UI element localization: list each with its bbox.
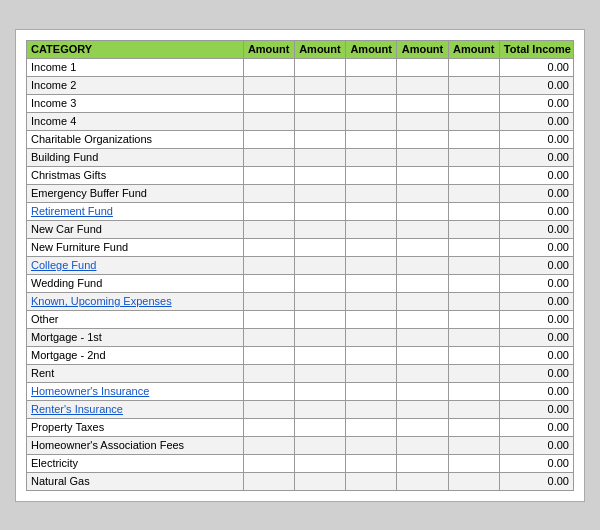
amount-cell[interactable] — [294, 220, 345, 238]
amount-cell[interactable] — [448, 454, 499, 472]
amount-cell[interactable] — [397, 454, 448, 472]
amount-cell[interactable] — [397, 166, 448, 184]
amount-cell[interactable] — [294, 274, 345, 292]
amount-cell[interactable] — [294, 112, 345, 130]
amount-cell[interactable] — [448, 166, 499, 184]
amount-cell[interactable] — [294, 130, 345, 148]
amount-cell[interactable] — [346, 220, 397, 238]
amount-cell[interactable] — [294, 76, 345, 94]
amount-cell[interactable] — [243, 94, 294, 112]
amount-cell[interactable] — [397, 436, 448, 454]
amount-cell[interactable] — [243, 292, 294, 310]
amount-cell[interactable] — [397, 418, 448, 436]
amount-cell[interactable] — [448, 184, 499, 202]
amount-cell[interactable] — [397, 472, 448, 490]
amount-cell[interactable] — [397, 346, 448, 364]
amount-cell[interactable] — [448, 220, 499, 238]
amount-cell[interactable] — [448, 256, 499, 274]
amount-cell[interactable] — [243, 166, 294, 184]
amount-cell[interactable] — [448, 472, 499, 490]
amount-cell[interactable] — [243, 310, 294, 328]
amount-cell[interactable] — [397, 382, 448, 400]
amount-cell[interactable] — [448, 400, 499, 418]
amount-cell[interactable] — [448, 346, 499, 364]
amount-cell[interactable] — [243, 202, 294, 220]
amount-cell[interactable] — [243, 76, 294, 94]
amount-cell[interactable] — [448, 364, 499, 382]
amount-cell[interactable] — [448, 58, 499, 76]
amount-cell[interactable] — [243, 472, 294, 490]
amount-cell[interactable] — [294, 238, 345, 256]
amount-cell[interactable] — [397, 328, 448, 346]
amount-cell[interactable] — [448, 76, 499, 94]
amount-cell[interactable] — [346, 292, 397, 310]
amount-cell[interactable] — [243, 58, 294, 76]
amount-cell[interactable] — [243, 256, 294, 274]
amount-cell[interactable] — [346, 58, 397, 76]
amount-cell[interactable] — [294, 382, 345, 400]
amount-cell[interactable] — [448, 130, 499, 148]
amount-cell[interactable] — [294, 418, 345, 436]
amount-cell[interactable] — [243, 148, 294, 166]
amount-cell[interactable] — [448, 436, 499, 454]
amount-cell[interactable] — [346, 76, 397, 94]
amount-cell[interactable] — [346, 436, 397, 454]
amount-cell[interactable] — [397, 130, 448, 148]
amount-cell[interactable] — [397, 310, 448, 328]
amount-cell[interactable] — [448, 112, 499, 130]
amount-cell[interactable] — [346, 346, 397, 364]
amount-cell[interactable] — [448, 202, 499, 220]
category-cell[interactable]: College Fund — [27, 256, 244, 274]
amount-cell[interactable] — [243, 400, 294, 418]
amount-cell[interactable] — [243, 436, 294, 454]
amount-cell[interactable] — [294, 364, 345, 382]
amount-cell[interactable] — [243, 220, 294, 238]
amount-cell[interactable] — [346, 400, 397, 418]
amount-cell[interactable] — [243, 328, 294, 346]
amount-cell[interactable] — [346, 454, 397, 472]
amount-cell[interactable] — [294, 436, 345, 454]
amount-cell[interactable] — [243, 346, 294, 364]
amount-cell[interactable] — [346, 130, 397, 148]
amount-cell[interactable] — [294, 256, 345, 274]
amount-cell[interactable] — [397, 256, 448, 274]
amount-cell[interactable] — [294, 202, 345, 220]
amount-cell[interactable] — [397, 274, 448, 292]
amount-cell[interactable] — [397, 94, 448, 112]
amount-cell[interactable] — [243, 274, 294, 292]
amount-cell[interactable] — [346, 112, 397, 130]
amount-cell[interactable] — [397, 238, 448, 256]
amount-cell[interactable] — [294, 292, 345, 310]
amount-cell[interactable] — [448, 94, 499, 112]
amount-cell[interactable] — [397, 202, 448, 220]
amount-cell[interactable] — [397, 58, 448, 76]
amount-cell[interactable] — [448, 274, 499, 292]
amount-cell[interactable] — [397, 112, 448, 130]
amount-cell[interactable] — [346, 364, 397, 382]
amount-cell[interactable] — [397, 364, 448, 382]
amount-cell[interactable] — [346, 148, 397, 166]
amount-cell[interactable] — [294, 346, 345, 364]
amount-cell[interactable] — [294, 454, 345, 472]
category-cell[interactable]: Homeowner's Insurance — [27, 382, 244, 400]
amount-cell[interactable] — [448, 310, 499, 328]
amount-cell[interactable] — [243, 364, 294, 382]
amount-cell[interactable] — [448, 418, 499, 436]
amount-cell[interactable] — [346, 184, 397, 202]
amount-cell[interactable] — [397, 220, 448, 238]
amount-cell[interactable] — [243, 112, 294, 130]
amount-cell[interactable] — [294, 328, 345, 346]
amount-cell[interactable] — [346, 472, 397, 490]
amount-cell[interactable] — [243, 454, 294, 472]
amount-cell[interactable] — [346, 202, 397, 220]
amount-cell[interactable] — [243, 238, 294, 256]
amount-cell[interactable] — [294, 400, 345, 418]
amount-cell[interactable] — [397, 184, 448, 202]
amount-cell[interactable] — [448, 148, 499, 166]
amount-cell[interactable] — [397, 148, 448, 166]
amount-cell[interactable] — [346, 94, 397, 112]
amount-cell[interactable] — [294, 472, 345, 490]
amount-cell[interactable] — [243, 382, 294, 400]
amount-cell[interactable] — [346, 418, 397, 436]
amount-cell[interactable] — [294, 166, 345, 184]
